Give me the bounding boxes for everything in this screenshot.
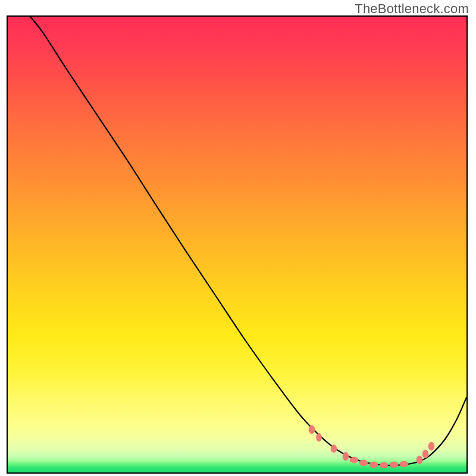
- optimal-marker: [309, 425, 315, 434]
- optimal-marker: [400, 461, 408, 467]
- optimal-marker: [350, 457, 358, 463]
- curve-layer: [8, 17, 466, 472]
- attribution-text: TheBottleneck.com: [355, 1, 469, 17]
- optimal-marker: [428, 442, 434, 450]
- bottleneck-curve: [30, 17, 466, 465]
- optimal-marker: [369, 462, 378, 468]
- optimal-marker: [359, 460, 368, 466]
- optimal-marker: [422, 450, 428, 458]
- chart-container: TheBottleneck.com: [0, 0, 476, 476]
- plot-frame: [7, 15, 468, 474]
- optimal-marker: [390, 462, 398, 468]
- optimal-marker: [416, 456, 422, 464]
- optimal-marker: [317, 433, 322, 441]
- optimal-marker: [331, 445, 337, 453]
- optimal-marker: [343, 452, 349, 461]
- optimal-marker: [380, 462, 388, 468]
- optimal-range-markers: [309, 425, 434, 468]
